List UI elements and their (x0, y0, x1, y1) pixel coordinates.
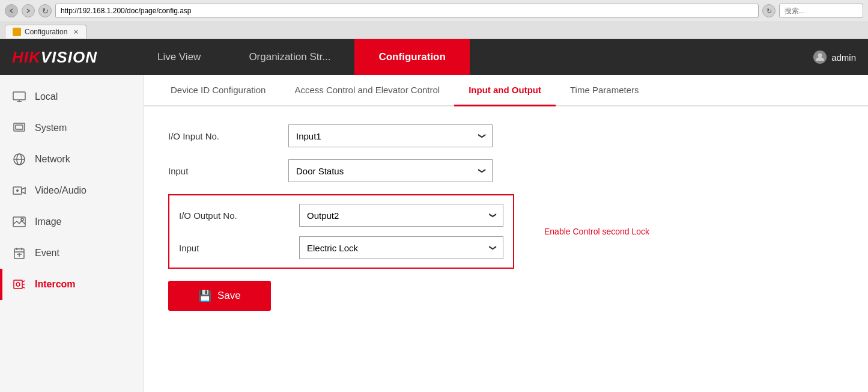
form-area: I/O Input No. Input1 Input2 Input3 Input… (144, 106, 868, 329)
io-output-select-wrapper: Output1 Output2 Output3 (299, 204, 503, 227)
output-input-select-wrapper: Electric Lock Normal Open Normal Close (299, 236, 503, 259)
output-input-select[interactable]: Electric Lock Normal Open Normal Close (299, 236, 503, 259)
sidebar-label-event: Event (35, 248, 59, 259)
io-input-select[interactable]: Input1 Input2 Input3 (288, 124, 493, 147)
browser-chrome: ↻ ↻ Configuration ✕ (0, 0, 868, 39)
io-input-row: I/O Input No. Input1 Input2 Input3 (168, 124, 844, 147)
logo: HIKVISION (12, 48, 97, 67)
input-row: Input Door Status Normal Open Normal Clo… (168, 159, 844, 182)
sidebar-item-local[interactable]: Local (0, 81, 144, 112)
svg-point-13 (21, 218, 23, 221)
output-input-row: Input Electric Lock Normal Open Normal C… (179, 236, 503, 259)
user-section: admin (813, 51, 856, 64)
tab-device-id[interactable]: Device ID Configuration (156, 75, 280, 106)
svg-marker-10 (22, 188, 25, 194)
back-button[interactable] (5, 4, 18, 17)
input-select-wrapper: Door Status Normal Open Normal Close (288, 159, 493, 182)
nav-organization[interactable]: Organization Str... (225, 39, 354, 75)
video-icon (12, 183, 26, 198)
sidebar-label-system: System (35, 123, 67, 133)
sidebar: Local System Network (0, 75, 144, 392)
nav-links: Live View Organization Str... Configurat… (133, 39, 813, 75)
sidebar-label-local: Local (35, 91, 58, 102)
io-input-label: I/O Input No. (168, 131, 276, 141)
monitor-icon (12, 90, 26, 104)
tab-label: Configuration (25, 28, 67, 36)
sidebar-item-system[interactable]: System (0, 112, 144, 144)
io-output-label: I/O Output No. (179, 210, 287, 221)
output-section: I/O Output No. Output1 Output2 Output3 I… (168, 194, 844, 269)
enable-control-text: Enable Control second Lock (544, 227, 649, 236)
logo-hik: HIK (12, 48, 41, 67)
svg-rect-20 (14, 280, 22, 289)
svg-point-24 (16, 283, 20, 286)
reload-button[interactable]: ↻ (762, 4, 775, 17)
svg-rect-1 (13, 92, 25, 100)
tab-time-parameters[interactable]: Time Parameters (556, 75, 653, 106)
svg-point-0 (818, 54, 822, 58)
sidebar-label-network: Network (35, 154, 70, 165)
save-label: Save (217, 290, 241, 302)
svg-point-11 (16, 189, 19, 192)
sidebar-item-video-audio[interactable]: Video/Audio (0, 175, 144, 206)
io-output-row: I/O Output No. Output1 Output2 Output3 (179, 204, 503, 227)
save-icon: 💾 (198, 289, 211, 302)
svg-rect-5 (16, 125, 23, 129)
sidebar-item-event[interactable]: Event (0, 237, 144, 269)
input-label: Input (168, 166, 276, 176)
nav-configuration[interactable]: Configuration (354, 39, 469, 75)
output-box: I/O Output No. Output1 Output2 Output3 I… (168, 194, 514, 269)
save-button[interactable]: 💾 Save (168, 281, 271, 311)
forward-button[interactable] (22, 4, 35, 17)
sidebar-item-network[interactable]: Network (0, 144, 144, 175)
refresh-button[interactable]: ↻ (38, 4, 52, 17)
system-icon (12, 121, 26, 135)
tab-favicon (13, 28, 21, 36)
username: admin (831, 52, 856, 63)
sidebar-label-image: Image (35, 216, 61, 227)
sidebar-item-image[interactable]: Image (0, 206, 144, 237)
nav-live-view[interactable]: Live View (133, 39, 225, 75)
tab-access-control[interactable]: Access Control and Elevator Control (280, 75, 454, 106)
io-output-select[interactable]: Output1 Output2 Output3 (299, 204, 503, 227)
image-icon (12, 215, 26, 229)
search-bar[interactable] (779, 4, 863, 18)
content-area: Device ID Configuration Access Control a… (144, 75, 868, 392)
output-input-label: Input (179, 243, 287, 253)
tabs-bar: Device ID Configuration Access Control a… (144, 75, 868, 106)
tab-close-button[interactable]: ✕ (73, 28, 79, 36)
intercom-icon (12, 277, 26, 292)
sidebar-item-intercom[interactable]: Intercom (0, 269, 144, 300)
input-select[interactable]: Door Status Normal Open Normal Close (288, 159, 493, 182)
url-bar[interactable] (55, 4, 759, 18)
main-layout: Local System Network (0, 75, 868, 392)
sidebar-label-intercom: Intercom (35, 279, 76, 290)
tab-input-output[interactable]: Input and Output (454, 75, 556, 106)
event-icon (12, 246, 26, 260)
app-header: HIKVISION Live View Organization Str... … (0, 39, 868, 75)
browser-tab[interactable]: Configuration ✕ (5, 25, 86, 38)
sidebar-label-video: Video/Audio (35, 185, 86, 196)
io-input-select-wrapper: Input1 Input2 Input3 (288, 124, 493, 147)
logo-vision: VISION (41, 48, 97, 67)
user-icon (813, 51, 827, 64)
network-icon (12, 152, 26, 167)
